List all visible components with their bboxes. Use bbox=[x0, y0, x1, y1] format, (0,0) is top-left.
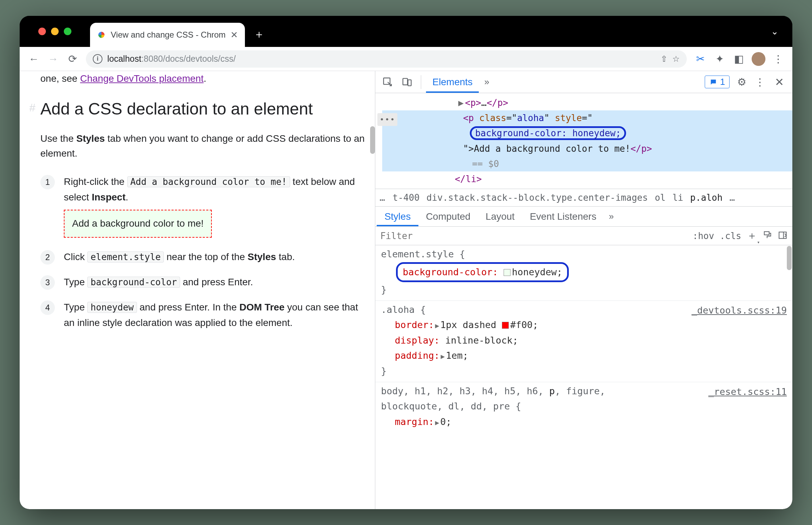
hov-toggle[interactable]: :hov bbox=[693, 231, 714, 241]
source-link[interactable]: _devtools.scss:19 bbox=[692, 303, 787, 318]
svg-rect-3 bbox=[764, 231, 769, 235]
step-number: 3 bbox=[40, 275, 55, 290]
demo-box[interactable]: Add a background color to me! bbox=[64, 210, 212, 238]
styles-filter-input[interactable] bbox=[380, 231, 687, 241]
address-bar[interactable]: i localhost:8080/docs/devtools/css/ ⇧ ☆ bbox=[86, 50, 687, 68]
color-swatch-icon[interactable] bbox=[502, 322, 509, 329]
browser-toolbar: ← → ⟳ i localhost:8080/docs/devtools/css… bbox=[20, 47, 792, 71]
close-window-icon[interactable] bbox=[38, 28, 46, 35]
page-heading: Add a CSS declaration to an element bbox=[40, 99, 367, 119]
list-item: 1 Right-click the Add a background color… bbox=[40, 174, 367, 240]
steps-list: 1 Right-click the Add a background color… bbox=[40, 174, 367, 331]
reload-button[interactable]: ⟳ bbox=[64, 50, 81, 68]
chrome-menu-icon[interactable]: ⋮ bbox=[770, 50, 787, 68]
close-tab-icon[interactable]: ✕ bbox=[230, 30, 238, 40]
styles-subtabs: Styles Computed Layout Event Listeners » bbox=[375, 207, 792, 227]
side-panel-icon[interactable]: ◧ bbox=[730, 50, 747, 68]
svg-rect-1 bbox=[403, 78, 407, 85]
intro-line: one, see Change DevTools placement. bbox=[40, 73, 367, 84]
traffic-lights bbox=[38, 28, 71, 35]
subtabs-overflow-icon[interactable]: » bbox=[604, 211, 618, 222]
devtools-pane: Elements » 1 ⚙ ⋮ ✕ ••• ▶<p>…</p> <p clas… bbox=[375, 71, 792, 509]
color-swatch-icon[interactable] bbox=[504, 269, 511, 276]
tab-title: View and change CSS - Chrom bbox=[111, 30, 226, 40]
share-icon[interactable]: ⇧ bbox=[661, 54, 667, 64]
lede-paragraph: Use the Styles tab when you want to chan… bbox=[40, 131, 367, 161]
svg-rect-4 bbox=[779, 232, 786, 238]
settings-icon[interactable]: ⚙ bbox=[734, 76, 750, 88]
new-style-rule-icon[interactable]: ＋▾ bbox=[747, 229, 757, 243]
inspect-icon[interactable] bbox=[379, 73, 397, 91]
step-number: 4 bbox=[40, 300, 55, 315]
styles-toolbar: :hov .cls ＋▾ bbox=[375, 227, 792, 245]
dom-breadcrumbs[interactable]: … t-400 div.stack.stack--block.type.cent… bbox=[375, 189, 792, 207]
close-devtools-icon[interactable]: ✕ bbox=[770, 76, 789, 89]
paint-icon[interactable] bbox=[763, 230, 772, 241]
profile-avatar[interactable] bbox=[752, 52, 765, 66]
devtools-header: Elements » 1 ⚙ ⋮ ✕ bbox=[375, 71, 792, 93]
step-number: 1 bbox=[40, 175, 55, 189]
svg-rect-2 bbox=[408, 80, 411, 86]
subtab-layout[interactable]: Layout bbox=[478, 207, 522, 226]
page-scrollbar[interactable] bbox=[370, 126, 375, 154]
source-link[interactable]: _reset.scss:11 bbox=[708, 384, 787, 400]
devtools-menu-icon[interactable]: ⋮ bbox=[751, 76, 769, 88]
subtab-styles[interactable]: Styles bbox=[377, 207, 418, 226]
new-tab-button[interactable]: ＋ bbox=[248, 24, 270, 45]
site-info-icon[interactable]: i bbox=[93, 54, 102, 64]
step-number: 2 bbox=[40, 250, 55, 265]
fullscreen-window-icon[interactable] bbox=[64, 28, 71, 35]
scissors-icon[interactable]: ✂ bbox=[692, 50, 709, 68]
browser-tab[interactable]: View and change CSS - Chrom ✕ bbox=[90, 23, 245, 47]
cls-toggle[interactable]: .cls bbox=[720, 231, 741, 241]
rule-reset[interactable]: _reset.scss:11 body, h1, h2, h3, h4, h5,… bbox=[375, 382, 792, 433]
inline-code: Add a background color to me! bbox=[127, 176, 290, 187]
tab-overflow-icon[interactable]: ⌄ bbox=[771, 26, 779, 37]
ellipsis-badge[interactable]: ••• bbox=[377, 113, 397, 126]
subtab-computed[interactable]: Computed bbox=[418, 207, 478, 226]
inline-code: element.style bbox=[87, 251, 164, 262]
placement-link[interactable]: Change DevTools placement bbox=[80, 73, 204, 84]
list-item: 3 Type background-color and press Enter. bbox=[40, 275, 367, 290]
browser-window: View and change CSS - Chrom ✕ ＋ ⌄ ← → ⟳ … bbox=[20, 16, 792, 509]
styles-rules[interactable]: element.style { background-color: honeyd… bbox=[375, 245, 792, 432]
inline-code: background-color bbox=[87, 277, 180, 288]
dom-tree[interactable]: ••• ▶<p>…</p> <p class="aloha" style=" b… bbox=[375, 93, 792, 189]
list-item: 4 Type honeydew and press Enter. In the … bbox=[40, 300, 367, 331]
extensions-icon[interactable]: ✦ bbox=[711, 50, 728, 68]
url-text: localhost:8080/docs/devtools/css/ bbox=[107, 54, 236, 64]
forward-button: → bbox=[44, 50, 62, 68]
subtab-event-listeners[interactable]: Event Listeners bbox=[522, 207, 604, 226]
tab-elements[interactable]: Elements bbox=[426, 71, 479, 93]
window-titlebar: View and change CSS - Chrom ✕ ＋ ⌄ bbox=[20, 16, 792, 47]
content-area: one, see Change DevTools placement. Add … bbox=[20, 71, 792, 509]
inline-code: honeydew bbox=[87, 302, 137, 313]
rule-element-style[interactable]: element.style { background-color: honeyd… bbox=[375, 245, 792, 301]
device-toolbar-icon[interactable] bbox=[398, 73, 416, 91]
tabs-overflow-icon[interactable]: » bbox=[480, 77, 493, 87]
list-item: 2 Click element.style near the top of th… bbox=[40, 249, 367, 265]
minimize-window-icon[interactable] bbox=[51, 28, 59, 35]
issues-badge[interactable]: 1 bbox=[705, 76, 730, 88]
issues-count: 1 bbox=[720, 77, 725, 87]
rule-aloha[interactable]: _devtools.scss:19 .aloha { border:▶1px d… bbox=[375, 301, 792, 382]
webpage-pane: one, see Change DevTools placement. Add … bbox=[20, 71, 375, 509]
chrome-favicon-icon bbox=[97, 30, 106, 39]
back-button[interactable]: ← bbox=[25, 50, 42, 68]
bookmark-icon[interactable]: ☆ bbox=[672, 54, 680, 64]
computed-panel-icon[interactable] bbox=[778, 230, 788, 241]
